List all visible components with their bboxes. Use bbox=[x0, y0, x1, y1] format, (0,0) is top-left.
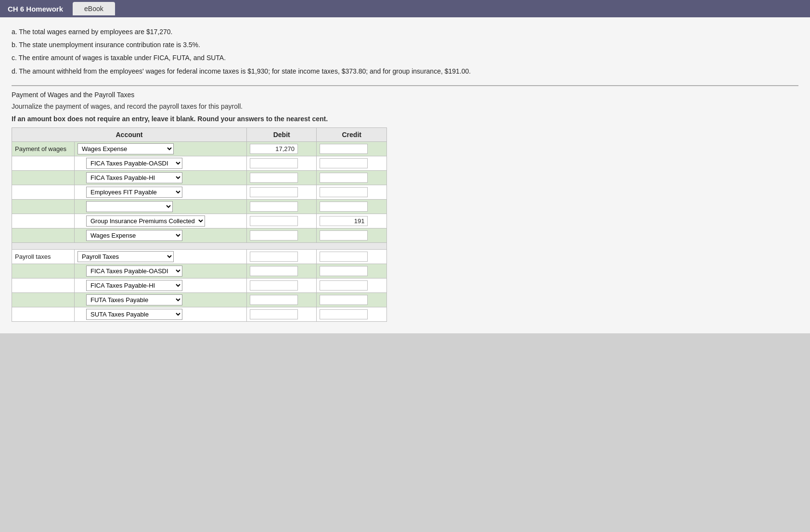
ebook-tab[interactable]: eBook bbox=[73, 2, 115, 15]
info-d: d. The amount withheld from the employee… bbox=[12, 65, 798, 77]
account-select-blank[interactable] bbox=[86, 201, 173, 212]
account-cell[interactable]: FUTA Taxes Payable bbox=[75, 292, 247, 307]
col-credit: Credit bbox=[317, 127, 387, 141]
account-cell[interactable]: FICA Taxes Payable-OASDI bbox=[75, 156, 247, 170]
account-select-wages-exp-2[interactable]: Wages Expense bbox=[86, 230, 182, 241]
account-cell[interactable]: Employees FIT Payable bbox=[75, 185, 247, 199]
credit-cell[interactable] bbox=[317, 170, 387, 185]
debit-cell[interactable] bbox=[246, 185, 317, 199]
account-cell[interactable]: Wages Expense bbox=[75, 141, 247, 156]
account-select-fica-hi-2[interactable]: FICA Taxes Payable-HI bbox=[86, 280, 182, 291]
table-row: FICA Taxes Payable-HI bbox=[12, 278, 387, 292]
row-label bbox=[12, 228, 75, 242]
account-cell[interactable]: FICA Taxes Payable-OASDI bbox=[75, 264, 247, 278]
credit-cell[interactable] bbox=[317, 249, 387, 264]
row-label: Payment of wages bbox=[12, 141, 75, 156]
table-row: FICA Taxes Payable-OASDI bbox=[12, 264, 387, 278]
credit-input-group-ins[interactable] bbox=[320, 216, 368, 226]
page-title: CH 6 Homework bbox=[8, 5, 73, 13]
debit-cell[interactable] bbox=[246, 214, 317, 228]
credit-cell[interactable] bbox=[317, 264, 387, 278]
table-row: FICA Taxes Payable-HI bbox=[12, 170, 387, 185]
account-cell[interactable] bbox=[75, 199, 247, 214]
debit-input-wages-exp-2[interactable] bbox=[250, 230, 298, 241]
credit-input-payroll-taxes[interactable] bbox=[320, 252, 368, 262]
section-title: Payment of Wages and the Payroll Taxes bbox=[12, 91, 798, 99]
account-cell[interactable]: Wages Expense bbox=[75, 228, 247, 242]
credit-cell[interactable] bbox=[317, 292, 387, 307]
debit-cell[interactable] bbox=[246, 141, 317, 156]
account-cell[interactable]: FICA Taxes Payable-HI bbox=[75, 170, 247, 185]
row-label bbox=[12, 199, 75, 214]
credit-input-futa[interactable] bbox=[320, 295, 368, 305]
credit-input-fica-oasdi-1[interactable] bbox=[320, 158, 368, 168]
table-row: FICA Taxes Payable-OASDI bbox=[12, 156, 387, 170]
credit-input-fit-payable[interactable] bbox=[320, 187, 368, 197]
row-label-payroll: Payroll taxes bbox=[12, 249, 75, 264]
account-select-group-ins[interactable]: Group Insurance Premiums Collected bbox=[86, 215, 205, 227]
debit-cell[interactable] bbox=[246, 249, 317, 264]
credit-cell[interactable] bbox=[317, 199, 387, 214]
debit-input-payroll-taxes[interactable] bbox=[250, 252, 298, 262]
debit-cell[interactable] bbox=[246, 278, 317, 292]
credit-cell[interactable] bbox=[317, 185, 387, 199]
account-select-fica-hi-1[interactable]: FICA Taxes Payable-HI bbox=[86, 172, 182, 183]
credit-input-wages-exp-2[interactable] bbox=[320, 230, 368, 241]
account-select-fica-oasdi-1[interactable]: FICA Taxes Payable-OASDI bbox=[86, 158, 182, 169]
account-select-futa[interactable]: FUTA Taxes Payable bbox=[86, 294, 182, 305]
account-cell[interactable]: Group Insurance Premiums Collected bbox=[75, 214, 247, 228]
debit-input-fica-hi-2[interactable] bbox=[250, 280, 298, 291]
credit-input-wages-expense[interactable] bbox=[320, 144, 368, 154]
credit-input-fica-hi-1[interactable] bbox=[320, 173, 368, 183]
credit-cell[interactable] bbox=[317, 214, 387, 228]
credit-input-suta[interactable] bbox=[320, 309, 368, 319]
row-label bbox=[12, 292, 75, 307]
debit-cell[interactable] bbox=[246, 292, 317, 307]
debit-input-fica-oasdi-1[interactable] bbox=[250, 158, 298, 168]
credit-cell[interactable] bbox=[317, 141, 387, 156]
debit-cell[interactable] bbox=[246, 264, 317, 278]
info-b: b. The state unemployment insurance cont… bbox=[12, 39, 798, 51]
account-select-payroll-taxes[interactable]: Payroll Taxes bbox=[77, 251, 174, 262]
debit-input-group-ins[interactable] bbox=[250, 216, 298, 226]
debit-input-fica-oasdi-2[interactable] bbox=[250, 266, 298, 276]
divider bbox=[12, 85, 798, 86]
account-select-fit-payable[interactable]: Employees FIT Payable bbox=[86, 187, 182, 198]
col-debit: Debit bbox=[246, 127, 317, 141]
credit-cell[interactable] bbox=[317, 278, 387, 292]
account-select-wages-expense[interactable]: Wages Expense bbox=[77, 143, 174, 154]
debit-input-futa[interactable] bbox=[250, 295, 298, 305]
account-cell[interactable]: FICA Taxes Payable-HI bbox=[75, 278, 247, 292]
debit-input-fica-hi-1[interactable] bbox=[250, 173, 298, 183]
credit-input-fica-oasdi-2[interactable] bbox=[320, 266, 368, 276]
credit-cell[interactable] bbox=[317, 228, 387, 242]
table-row: FUTA Taxes Payable bbox=[12, 292, 387, 307]
debit-input-suta[interactable] bbox=[250, 309, 298, 319]
row-label bbox=[12, 185, 75, 199]
instructions-line2: If an amount box does not require an ent… bbox=[12, 115, 798, 123]
table-row: Group Insurance Premiums Collected bbox=[12, 214, 387, 228]
debit-cell[interactable] bbox=[246, 199, 317, 214]
debit-cell[interactable] bbox=[246, 170, 317, 185]
account-select-suta[interactable]: SUTA Taxes Payable bbox=[86, 309, 182, 320]
credit-cell[interactable] bbox=[317, 307, 387, 321]
instructions-line1: Journalize the payment of wages, and rec… bbox=[12, 102, 798, 110]
credit-input-fica-hi-2[interactable] bbox=[320, 280, 368, 291]
credit-input-blank[interactable] bbox=[320, 202, 368, 212]
debit-input-wages-expense[interactable] bbox=[250, 144, 298, 154]
debit-cell[interactable] bbox=[246, 156, 317, 170]
account-cell[interactable]: SUTA Taxes Payable bbox=[75, 307, 247, 321]
table-row: Employees FIT Payable bbox=[12, 185, 387, 199]
account-cell[interactable]: Payroll Taxes bbox=[75, 249, 247, 264]
table-row bbox=[12, 199, 387, 214]
debit-cell[interactable] bbox=[246, 307, 317, 321]
row-label bbox=[12, 170, 75, 185]
debit-input-fit-payable[interactable] bbox=[250, 187, 298, 197]
credit-cell[interactable] bbox=[317, 156, 387, 170]
debit-input-blank[interactable] bbox=[250, 202, 298, 212]
account-select-fica-oasdi-2[interactable]: FICA Taxes Payable-OASDI bbox=[86, 266, 182, 277]
row-label bbox=[12, 156, 75, 170]
gap-row bbox=[12, 242, 387, 249]
debit-cell[interactable] bbox=[246, 228, 317, 242]
info-block: a. The total wages earned by employees a… bbox=[12, 26, 798, 77]
